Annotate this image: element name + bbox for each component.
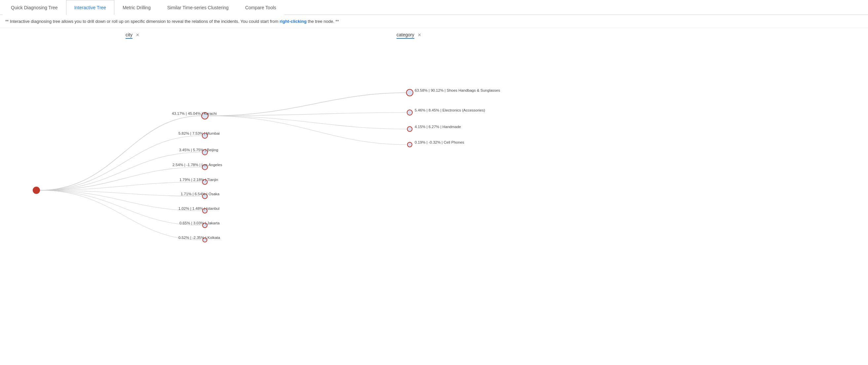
jakarta-label: 0.65% | 3.03% | Jakarta <box>179 221 220 225</box>
desc-suffix: the tree node. ** <box>307 19 339 24</box>
cellphones-label: 0.19% | -0.32% | Cell Phones <box>415 140 464 144</box>
desc-prefix: ** Interactive diagnosing tree allows yo… <box>5 19 280 24</box>
cellphones-node[interactable] <box>407 142 412 147</box>
electronics-node[interactable] <box>407 110 413 115</box>
shoes-label: 63.58% | 90.12% | Shoes Handbags & Sungl… <box>415 88 500 92</box>
tree-area: city ✕ category ✕ 43.17% | 45.04% | Kara… <box>0 28 868 346</box>
istanbul-label: 1.02% | 1.48% | Istanbul <box>179 206 219 210</box>
tab-bar: Quick Diagnosing Tree Interactive Tree M… <box>0 0 868 15</box>
city-label: city <box>126 32 132 39</box>
osaka-label: 1.71% | 6.54% | Osaka <box>181 192 219 196</box>
city-dim-label: city ✕ <box>126 32 140 37</box>
kolkata-label: 0.52% | -2.35% | Kolkata <box>179 235 220 240</box>
mumbai-label: 5.82% | 7.53% | Mumbai <box>179 131 220 135</box>
electronics-label: 5.46% | 8.45% | Electronics (Accessories… <box>415 108 485 112</box>
category-close[interactable]: ✕ <box>417 32 421 37</box>
tab-similar[interactable]: Similar Time-series Clustering <box>159 0 237 15</box>
city-close[interactable]: ✕ <box>136 32 140 37</box>
root-node[interactable] <box>33 187 40 194</box>
desc-highlight: right-clicking <box>280 19 307 24</box>
category-dim-label: category ✕ <box>397 32 421 37</box>
tab-interactive[interactable]: Interactive Tree <box>66 0 115 15</box>
handmade-node[interactable] <box>407 127 413 132</box>
description-bar: ** Interactive diagnosing tree allows yo… <box>0 15 868 28</box>
tab-quick[interactable]: Quick Diagnosing Tree <box>3 0 66 15</box>
shoes-node[interactable] <box>406 89 413 96</box>
tab-metric[interactable]: Metric Drilling <box>114 0 159 15</box>
handmade-label: 4.15% | 6.27% | Handmade <box>415 125 461 129</box>
beijing-label: 3.45% | 5.75% | Beijing <box>179 148 218 152</box>
tab-compare[interactable]: Compare Tools <box>237 0 284 15</box>
losangeles-label: 2.54% | -1.78% | Los Angeles <box>173 163 222 167</box>
karachi-label: 43.17% | 45.04% | Karachi <box>172 112 217 115</box>
tianjin-label: 1.79% | 2.18% | Tianjin <box>179 178 218 182</box>
tree-svg <box>0 28 868 346</box>
category-label: category <box>397 32 414 39</box>
